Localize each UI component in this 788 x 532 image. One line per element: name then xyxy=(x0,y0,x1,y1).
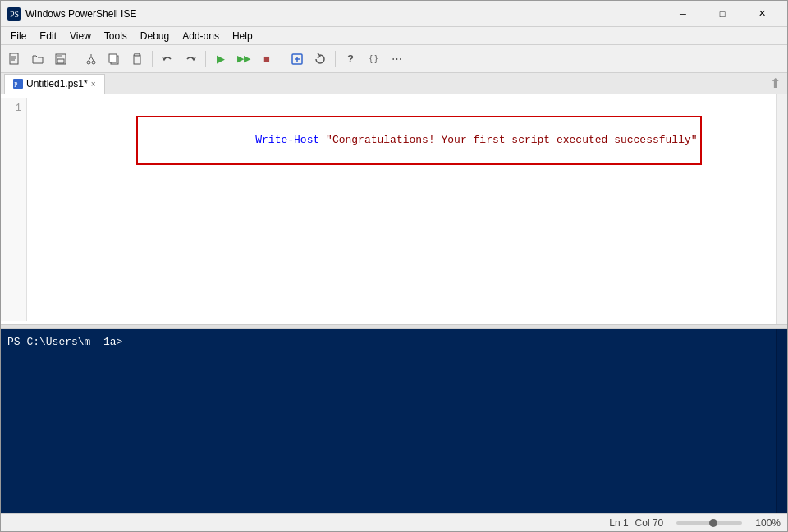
svg-rect-17 xyxy=(135,53,140,56)
svg-rect-7 xyxy=(57,54,62,57)
toolbar-redo[interactable] xyxy=(180,48,201,70)
svg-rect-8 xyxy=(57,59,64,63)
status-ln: Ln 1 xyxy=(609,517,628,529)
editor-tab[interactable]: P Untitled1.ps1* × xyxy=(4,74,105,94)
toolbar-sep-1 xyxy=(76,51,76,67)
editor-content: 1 Write-Host "Congratulations! Your firs… xyxy=(1,94,776,324)
svg-point-9 xyxy=(87,61,90,64)
console-pane: PS C:\Users\m__1a> xyxy=(1,329,787,513)
code-area[interactable]: Write-Host "Congratulations! Your first … xyxy=(27,98,776,321)
toolbar-open[interactable] xyxy=(27,48,48,70)
svg-line-11 xyxy=(89,57,91,61)
tab-label: Untitled1.ps1* xyxy=(26,78,88,89)
editor-scrollbar[interactable] xyxy=(776,94,787,324)
menu-edit[interactable]: Edit xyxy=(33,29,63,44)
toolbar-sep-2 xyxy=(152,51,153,67)
code-line-1: Write-Host "Congratulations! Your first … xyxy=(34,101,769,116)
toolbar-paste[interactable] xyxy=(126,48,148,70)
tab-file-icon: P xyxy=(13,79,23,89)
toolbar-run[interactable]: ▶ xyxy=(210,48,231,70)
toolbar-more[interactable]: ⋯ xyxy=(386,48,407,70)
menu-debug[interactable]: Debug xyxy=(134,29,176,44)
collapse-button[interactable]: ⬆ xyxy=(767,74,784,93)
toolbar: ▶ ▶▶ ■ ? { } ⋯ xyxy=(1,45,787,73)
svg-text:PS: PS xyxy=(10,10,19,19)
status-col: Col 70 xyxy=(635,517,664,529)
main-window: PS Windows PowerShell ISE ─ □ ✕ File Edi… xyxy=(0,0,788,532)
maximize-button[interactable]: □ xyxy=(703,1,741,27)
toolbar-new-tab[interactable] xyxy=(286,48,308,70)
minimize-button[interactable]: ─ xyxy=(664,1,702,27)
zoom-thumb xyxy=(709,519,717,527)
toolbar-sep-5 xyxy=(335,51,336,67)
menu-help[interactable]: Help xyxy=(226,29,259,44)
editor-scroll-inner[interactable]: 1 Write-Host "Congratulations! Your firs… xyxy=(1,94,776,324)
editor-scroll-area: 1 Write-Host "Congratulations! Your firs… xyxy=(1,94,787,324)
keyword-write: Write-Host xyxy=(255,134,319,146)
zoom-slider[interactable] xyxy=(676,521,742,525)
svg-line-12 xyxy=(91,57,94,61)
window-title: Windows PowerShell ISE xyxy=(25,8,136,20)
toolbar-run-selection[interactable]: ▶▶ xyxy=(233,48,254,70)
console-output[interactable]: PS C:\Users\m__1a> xyxy=(1,329,776,513)
svg-text:P: P xyxy=(14,81,18,88)
svg-rect-16 xyxy=(134,55,140,64)
menu-tools[interactable]: Tools xyxy=(98,29,134,44)
panes-container: 1 Write-Host "Congratulations! Your firs… xyxy=(1,94,787,513)
toolbar-sep-3 xyxy=(205,51,206,67)
toolbar-cut[interactable] xyxy=(80,48,102,70)
line-number-1: 1 xyxy=(6,98,21,116)
app-icon: PS xyxy=(7,7,21,21)
menu-addons[interactable]: Add-ons xyxy=(176,29,226,44)
status-zoom: 100% xyxy=(755,517,781,529)
close-button[interactable]: ✕ xyxy=(743,1,781,27)
tab-close-button[interactable]: × xyxy=(91,80,96,89)
toolbar-copy[interactable] xyxy=(103,48,125,70)
toolbar-help[interactable]: ? xyxy=(340,48,361,70)
toolbar-refresh[interactable] xyxy=(309,48,331,70)
tab-bar: P Untitled1.ps1* × ⬆ xyxy=(1,73,787,94)
code-string: "Congratulations! Your first script exec… xyxy=(326,134,697,146)
title-bar-left: PS Windows PowerShell ISE xyxy=(7,7,136,21)
svg-rect-15 xyxy=(109,54,117,62)
code-string-space xyxy=(319,134,326,146)
line-numbers: 1 xyxy=(1,98,27,321)
console-scrollbar[interactable] xyxy=(776,329,787,513)
console-prompt-text: PS C:\Users\m__1a> xyxy=(7,336,122,348)
code-highlight: Write-Host "Congratulations! Your first … xyxy=(136,116,702,165)
console-prompt-line: PS C:\Users\m__1a> xyxy=(7,336,769,348)
toolbar-undo[interactable] xyxy=(157,48,178,70)
title-bar: PS Windows PowerShell ISE ─ □ ✕ xyxy=(1,1,787,27)
menu-bar: File Edit View Tools Debug Add-ons Help xyxy=(1,27,787,45)
console-flex: PS C:\Users\m__1a> xyxy=(1,329,787,513)
toolbar-snippets[interactable]: { } xyxy=(363,48,384,70)
editor-pane: 1 Write-Host "Congratulations! Your firs… xyxy=(1,94,787,324)
menu-view[interactable]: View xyxy=(63,29,98,44)
title-bar-controls: ─ □ ✕ xyxy=(664,1,781,27)
menu-file[interactable]: File xyxy=(4,29,33,44)
svg-point-10 xyxy=(92,61,95,64)
status-bar: Ln 1 Col 70 100% xyxy=(1,513,787,531)
toolbar-save[interactable] xyxy=(50,48,71,70)
status-position: Ln 1 Col 70 xyxy=(609,517,663,529)
toolbar-stop[interactable]: ■ xyxy=(256,48,277,70)
toolbar-sep-4 xyxy=(282,51,282,67)
toolbar-new[interactable] xyxy=(4,48,25,70)
